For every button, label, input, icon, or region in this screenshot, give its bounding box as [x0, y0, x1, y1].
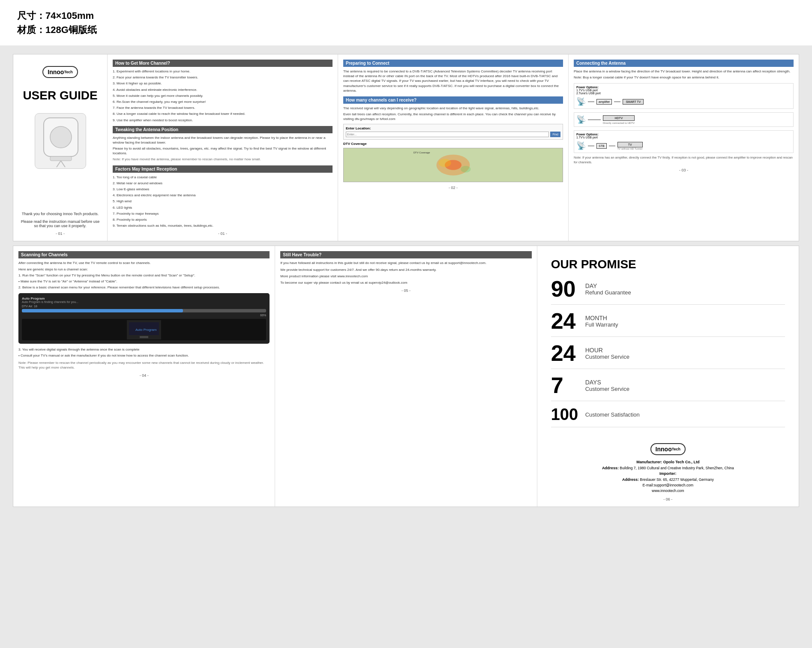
promise-num-24m: 24 [551, 310, 585, 332]
trouble-header: Still Have Trouble? [280, 251, 531, 258]
how-to-header: How to Get More Channel? [113, 60, 333, 67]
directly-conn-text: Directly connected to HDTV [603, 122, 635, 124]
promise-desc-7: Customer Service [585, 386, 629, 392]
factor-2: 2. Metal near or around windows [113, 181, 333, 186]
section-tweaking: Tweaking the Antenna Position Anything s… [113, 126, 333, 162]
tv-no-hd-label: TV without HD Tunner [617, 147, 643, 150]
page-promise: OUR PROMISE 90 DAY Refund Guarantee 24 M… [537, 246, 799, 507]
promise-content: OUR PROMISE 90 DAY Refund Guarantee 24 M… [542, 251, 794, 439]
dtv-air-label: DTV Air: 18 [22, 305, 266, 308]
conn-line-2 [614, 102, 620, 102]
address-2-text: Breslauer Str. 65, 42277 Wuppertal, Germ… [640, 477, 713, 482]
conn-line-4 [588, 146, 594, 146]
stb-box: STB [596, 143, 607, 149]
usb-1: 1.TV's USB port [576, 89, 791, 92]
svg-point-1 [50, 126, 72, 148]
page-num-trouble: - 05 - [280, 288, 531, 293]
how-item-4: 4. Avoid obstacles and eliminate electro… [113, 87, 333, 92]
manufacturer-info: Manufacturer: Opolo Tech Co., Ltd Addres… [542, 459, 794, 494]
antenna-icon-2: 📡 [576, 115, 586, 124]
hdtv-box: HDTV [603, 115, 635, 121]
page-4-antenna: Connecting the Antenna Place the antenna… [569, 54, 799, 241]
trouble-p3: More product information please visit ww… [280, 274, 531, 279]
auto-program-box: Auto Program Auto Program is finding cha… [18, 293, 270, 344]
svg-text:Auto Program: Auto Program [135, 328, 157, 332]
connecting-text: Place the antenna in a window facing the… [574, 69, 794, 80]
factors-header: Factors May Impact Reception [113, 165, 333, 173]
factor-8: 8. Proximity to airports [113, 217, 333, 222]
promise-unit-7: DAYS [585, 379, 629, 386]
address-label-1: Address: Building 7, 1980 Cultural and C… [542, 465, 794, 471]
channels-p1: The received signal will vary depending … [343, 106, 563, 111]
factor-1: 1. Too long of a coaxial cable [113, 175, 333, 180]
preparing-text: The antenna is required to be connected … [343, 69, 563, 93]
top-info-box: 尺寸：74×105mm 材质：128G铜版纸 [0, 0, 812, 45]
manufacturer-title: Manufacturer: Opolo Tech Co., Ltd [542, 459, 794, 465]
svg-text:DTV Coverage: DTV Coverage [413, 151, 430, 153]
usb-2: 2.Tune's USB port [576, 92, 791, 95]
dtv-coverage-label: DTV Coverage [343, 142, 563, 146]
scan-p4: • Make sure the TV is set to "Air" or "A… [18, 279, 270, 284]
trouble-p4: To become our super vip please contact u… [280, 280, 531, 285]
antenna-icon-1: 📡 [576, 97, 586, 106]
promise-item-7: 7 DAYS Customer Service [551, 374, 785, 401]
location-input-row: Find [346, 132, 560, 137]
conn-p1: Place the antenna in a window facing the… [574, 69, 794, 74]
thank-you-text: Thank you for choosing Innoo Tech produc… [18, 208, 102, 228]
section-how-to: How to Get More Channel? 1. Experiment w… [113, 60, 333, 123]
material-text: 材质：128G铜版纸 [17, 23, 795, 37]
tweaking-p2: Please try to avoid all obstacles, mount… [113, 146, 333, 156]
website-text: www.innootech.com [542, 488, 794, 494]
user-guide-title-area: USER GUIDE [23, 82, 97, 109]
promise-desc-90: Refund Guarantee [585, 289, 631, 296]
smart-tv-box: SMART TV [623, 99, 644, 105]
thank-text-1: Thank you for choosing Innoo Tech produc… [18, 212, 102, 216]
factor-9: 9. Terrain obstructions such as hills, m… [113, 223, 333, 228]
scan-note-text: Note: Please remember to rescan the chan… [18, 360, 270, 370]
promise-unit-90: DAY [585, 282, 631, 289]
power-options-1: Power Options: [576, 86, 791, 89]
how-item-5: 5. Move it outside can help you get more… [113, 93, 333, 98]
power-options-2: Power Options: [576, 133, 791, 136]
promise-logo: InnooTech [650, 443, 686, 455]
scan-p5: 2. Below is a basic channel scan menu fo… [18, 285, 270, 290]
product-svg [35, 114, 87, 169]
address-label-2: Address: Breslauer Str. 65, 42277 Wupper… [542, 477, 794, 483]
location-input[interactable] [346, 132, 549, 137]
channels-text: The received signal will vary depending … [343, 106, 563, 122]
promise-item-100: 100 Customer Satisfaction [551, 406, 785, 427]
size-text: 尺寸：74×105mm [17, 9, 795, 23]
progress-bar-outer [22, 309, 266, 312]
diagram-row-3: 📡 STB TV TV without HD Tunner [576, 141, 791, 150]
usb-3: 1.TV's USB port [576, 136, 791, 139]
note-amplifier-text: Note: If your antenna has an amplifier, … [574, 156, 794, 165]
tweaking-note: Note: If you have moved the antenna, ple… [113, 157, 333, 162]
promise-desc-100: Customer Satisfaction [585, 411, 640, 418]
svg-rect-13 [140, 336, 148, 338]
factor-5: 5. High wind [113, 199, 333, 204]
find-button[interactable]: Find [550, 132, 560, 137]
enter-location-box: Enter Location: Find [343, 124, 563, 140]
address-1-label: Address: [602, 466, 619, 470]
trouble-p2: We provide technical support for custome… [280, 267, 531, 272]
page-num-1: - 01 - [56, 231, 65, 236]
promise-label-24m: MONTH Full Warranty [585, 315, 618, 328]
page-1-cover: InnooTech USER GUIDE [13, 54, 108, 241]
user-guide-title: USER GUIDE [23, 89, 97, 102]
svg-line-4 [61, 161, 65, 167]
tv-screen-mock: Auto Program [22, 319, 266, 340]
progress-bar-inner [22, 309, 183, 312]
promise-label-24h: HOUR Customer Service [585, 347, 629, 360]
how-item-1: 1. Experiment with different locations i… [113, 69, 333, 74]
hdtv-area: HDTV Directly connected to HDTV [603, 115, 635, 124]
how-item-8: 8. Use a longer coaxial cable to reach t… [113, 111, 333, 116]
progress-label: 66% [22, 314, 266, 317]
page-3-connect: Preparing to Connect The antenna is requ… [338, 54, 569, 241]
channels-p2: Even tall trees can affect reception. Cu… [343, 112, 563, 121]
tweaking-text: Anything standing between the indoor ant… [113, 135, 333, 162]
product-image-area [35, 113, 86, 169]
importer-text: Importer: [659, 471, 677, 476]
trouble-p1: If you have followed all instructions in… [280, 261, 531, 265]
address-1-text: Building 7, 1980 Cultural and Creative I… [620, 466, 734, 470]
scan-p1: After connecting the antenna to the TV, … [18, 261, 270, 265]
